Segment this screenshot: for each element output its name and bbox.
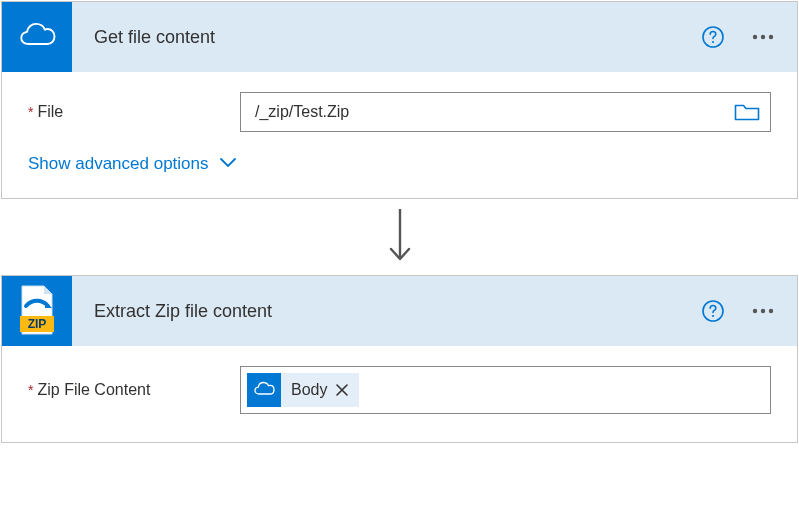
svg-point-11 <box>753 309 757 313</box>
required-indicator: * <box>28 104 33 120</box>
svg-point-4 <box>769 35 773 39</box>
card-title: Get file content <box>72 27 701 48</box>
help-icon[interactable] <box>701 299 725 323</box>
required-indicator: * <box>28 382 33 398</box>
action-card-get-file-content: Get file content * File <box>1 1 798 199</box>
chevron-down-icon <box>219 154 237 174</box>
close-icon[interactable] <box>335 383 349 397</box>
header-actions <box>701 299 777 323</box>
header-actions <box>701 25 777 49</box>
svg-point-1 <box>712 41 714 43</box>
field-label: * Zip File Content <box>28 381 228 399</box>
svg-point-2 <box>753 35 757 39</box>
card-body: * File Show advanced options <box>2 72 797 198</box>
card-header[interactable]: Get file content <box>2 2 797 72</box>
svg-point-12 <box>761 309 765 313</box>
field-row-zip-content: * Zip File Content Body <box>28 366 771 414</box>
field-label: * File <box>28 103 228 121</box>
flow-connector <box>0 200 799 274</box>
onedrive-icon <box>2 2 72 72</box>
file-input-wrap[interactable] <box>240 92 771 132</box>
card-title: Extract Zip file content <box>72 301 701 322</box>
action-card-extract-zip: ZIP Extract Zip file content <box>1 275 798 443</box>
card-body: * Zip File Content Body <box>2 346 797 442</box>
svg-text:ZIP: ZIP <box>28 317 47 331</box>
field-row-file: * File <box>28 92 771 132</box>
token-label: Body <box>291 381 327 399</box>
dynamic-content-token-body[interactable]: Body <box>247 373 359 407</box>
field-label-text: File <box>37 103 63 121</box>
svg-point-10 <box>712 315 714 317</box>
zip-content-input[interactable]: Body <box>240 366 771 414</box>
card-header[interactable]: ZIP Extract Zip file content <box>2 276 797 346</box>
flow-arrow-icon <box>385 207 415 268</box>
advanced-options-label: Show advanced options <box>28 154 209 174</box>
onedrive-icon <box>247 373 281 407</box>
svg-point-3 <box>761 35 765 39</box>
more-icon[interactable] <box>749 25 777 49</box>
folder-browse-icon[interactable] <box>734 102 760 122</box>
show-advanced-options-link[interactable]: Show advanced options <box>28 150 237 188</box>
file-input[interactable] <box>253 102 726 122</box>
svg-point-13 <box>769 309 773 313</box>
more-icon[interactable] <box>749 299 777 323</box>
zip-file-icon: ZIP <box>2 276 72 346</box>
help-icon[interactable] <box>701 25 725 49</box>
field-label-text: Zip File Content <box>37 381 150 399</box>
